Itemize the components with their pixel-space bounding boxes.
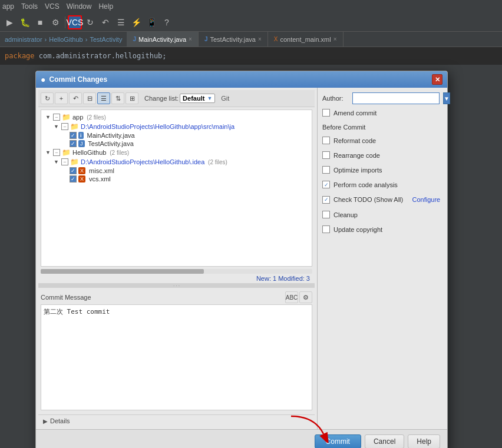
menu-app[interactable]: app: [2, 2, 14, 11]
tree-item-vcs[interactable]: ✓ X vcs.xml: [44, 175, 309, 183]
author-dropdown-btn[interactable]: ▼: [443, 92, 450, 104]
toolbar-gradle-btn[interactable]: ⚡: [129, 15, 143, 29]
commit-message-input[interactable]: [41, 304, 312, 410]
toolbar-build-btn[interactable]: ⚙: [48, 15, 62, 29]
tree-item-idea-path[interactable]: ▼ − 📁 D:\AndroidStudioProjects\HelloGith…: [44, 157, 309, 167]
toolbar-sort-btn[interactable]: ⇅: [111, 92, 124, 104]
toolbar-sdk-btn[interactable]: 📱: [144, 15, 158, 29]
app-path-arrow-icon: ▼: [54, 124, 60, 130]
testactivity-file-icon: J: [78, 140, 85, 147]
perform-analysis-checkbox[interactable]: ✓: [322, 181, 330, 188]
app-label: app: [72, 114, 83, 121]
tab-test-activity-label: TestActivity.java: [210, 36, 256, 43]
stats-text: New: 1 Modified: 3: [256, 275, 310, 282]
details-section: ▶ Details: [38, 414, 315, 427]
hellogithub-checkbox[interactable]: −: [53, 149, 60, 156]
toolbar-refresh-btn[interactable]: ↻: [41, 92, 54, 104]
tab-test-activity[interactable]: J TestActivity.java ×: [199, 32, 268, 47]
toolbar-add-btn[interactable]: +: [55, 92, 68, 104]
tab-content-main-icon: X: [274, 36, 278, 42]
idea-checkbox[interactable]: −: [61, 158, 68, 165]
toolbar-stop-btn[interactable]: ■: [33, 15, 47, 29]
app-path-folder-icon: 📁: [70, 122, 79, 131]
app-sub: (2 files): [85, 114, 106, 121]
tab-content-main-close[interactable]: ×: [333, 36, 337, 42]
commit-msg-settings-btn[interactable]: ⚙: [299, 291, 312, 303]
toolbar-help-btn[interactable]: ?: [160, 15, 174, 29]
toolbar-view-btn[interactable]: ☰: [97, 92, 110, 104]
menu-tools[interactable]: Tools: [21, 2, 38, 11]
hellogithub-arrow-icon: ▼: [45, 150, 51, 155]
cleanup-checkbox[interactable]: [322, 211, 330, 218]
dialog-close-button[interactable]: ✕: [432, 74, 442, 85]
horizontal-scrollbar[interactable]: [41, 269, 312, 274]
toolbar-sync-btn[interactable]: ↻: [83, 15, 97, 29]
breadcrumb-activity: TestActivity: [90, 36, 122, 43]
misc-label: misc.xml: [87, 167, 114, 174]
misc-checkbox[interactable]: ✓: [70, 167, 77, 174]
toolbar-rollback-btn[interactable]: ↶: [69, 92, 82, 104]
check-todo-checkbox[interactable]: ✓: [322, 196, 330, 204]
tree-item-testactivity[interactable]: ✓ J TestActivity.java: [44, 140, 309, 148]
update-copyright-checkbox[interactable]: [322, 225, 330, 233]
app-checkbox[interactable]: −: [53, 114, 60, 121]
option-check-todo: ✓ Check TODO (Show All) Configure: [322, 194, 442, 205]
tab-main-activity-close[interactable]: ×: [189, 36, 192, 42]
before-commit-label: Before Commit: [322, 124, 365, 131]
toolbar-diff-btn[interactable]: ⊟: [83, 92, 96, 104]
dialog-title-text: Commit Changes: [49, 75, 107, 84]
menu-window[interactable]: Window: [67, 2, 92, 11]
menu-bar: app Tools VCS Window Help: [0, 0, 502, 13]
vcs-checkbox[interactable]: ✓: [70, 175, 77, 182]
optimize-imports-checkbox[interactable]: [322, 166, 330, 174]
vcs-file-icon: X: [78, 175, 85, 182]
tab-test-activity-close[interactable]: ×: [258, 36, 262, 42]
toolbar-vcs-btn[interactable]: VCS: [68, 15, 82, 29]
toolbar-run-btn[interactable]: ▶: [2, 15, 16, 29]
changelist-dropdown[interactable]: Default ▼: [180, 94, 215, 103]
tree-item-app[interactable]: ▼ − 📁 app (2 files): [44, 112, 309, 122]
app-path-checkbox[interactable]: −: [61, 123, 68, 130]
commit-button[interactable]: Commit: [315, 434, 361, 448]
drag-handle[interactable]: · · ·: [38, 283, 315, 288]
tab-test-activity-icon: J: [204, 36, 208, 42]
commit-message-section: Commit Message ABC ⚙: [41, 290, 312, 412]
hellogithub-sub: (2 files): [108, 150, 129, 156]
hellogithub-label: HelloGithub: [72, 149, 106, 156]
tree-item-hellogithub[interactable]: ▼ − 📁 HelloGithub (2 files): [44, 148, 309, 157]
cancel-button[interactable]: Cancel: [365, 434, 404, 448]
menu-help[interactable]: Help: [98, 2, 113, 11]
author-input[interactable]: [352, 92, 440, 104]
tab-content-main-label: content_main.xml: [280, 36, 331, 43]
file-tree: ▼ − 📁 app (2 files) ▼ − 📁 D:\AndroidStud…: [41, 109, 312, 267]
spell-check-btn[interactable]: ABC: [285, 291, 298, 303]
configure-link[interactable]: Configure: [412, 196, 441, 203]
reformat-code-checkbox[interactable]: [322, 137, 330, 144]
amend-checkbox[interactable]: [322, 109, 330, 117]
testactivity-label: TestActivity.java: [87, 140, 134, 147]
testactivity-checkbox[interactable]: ✓: [70, 140, 77, 147]
commit-msg-icons: ABC ⚙: [285, 291, 312, 303]
tab-main-activity[interactable]: J MainActivity.java ×: [127, 32, 199, 47]
tab-content-main[interactable]: X content_main.xml ×: [268, 32, 344, 47]
stats-bar: New: 1 Modified: 3: [38, 274, 315, 283]
changelist-value: Default: [183, 95, 204, 102]
app-path-label: D:\AndroidStudioProjects\HelloGithub\app…: [81, 123, 235, 130]
tree-item-misc[interactable]: ✓ X misc.xml: [44, 167, 309, 175]
cleanup-label: Cleanup: [333, 211, 358, 218]
toolbar-debug-btn[interactable]: 🐛: [18, 15, 32, 29]
help-button[interactable]: Help: [408, 434, 440, 448]
idea-arrow-icon: ▼: [54, 159, 60, 165]
rearrange-code-checkbox[interactable]: [322, 151, 330, 159]
tab-main-activity-label: MainActivity.java: [138, 36, 186, 43]
tab-main-activity-icon: J: [133, 36, 136, 42]
mainactivity-checkbox[interactable]: ✓: [70, 132, 77, 139]
toolbar-group-btn[interactable]: ⊞: [125, 92, 138, 104]
author-row: Author: ▼: [322, 92, 442, 104]
tree-item-app-path[interactable]: ▼ − 📁 D:\AndroidStudioProjects\HelloGith…: [44, 122, 309, 131]
toolbar-structure-btn[interactable]: ☰: [114, 15, 128, 29]
dialog-title-icon: ●: [41, 75, 45, 84]
toolbar-undo-btn[interactable]: ↶: [98, 15, 113, 29]
menu-vcs[interactable]: VCS: [45, 2, 60, 11]
tree-item-mainactivity[interactable]: ✓ i MainActivity.java: [44, 131, 309, 140]
